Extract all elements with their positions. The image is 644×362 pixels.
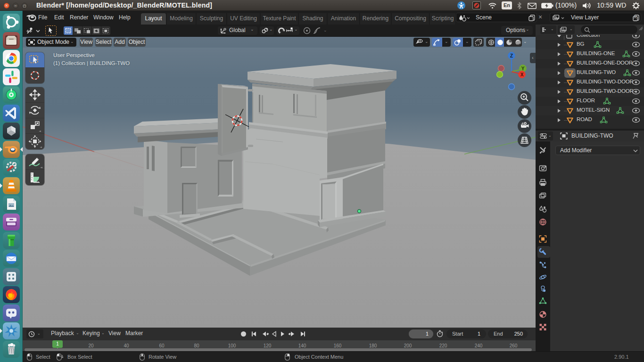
- svg-text:Z: Z: [510, 53, 513, 58]
- svg-text:Y: Y: [521, 66, 525, 71]
- svg-text:X: X: [520, 72, 524, 77]
